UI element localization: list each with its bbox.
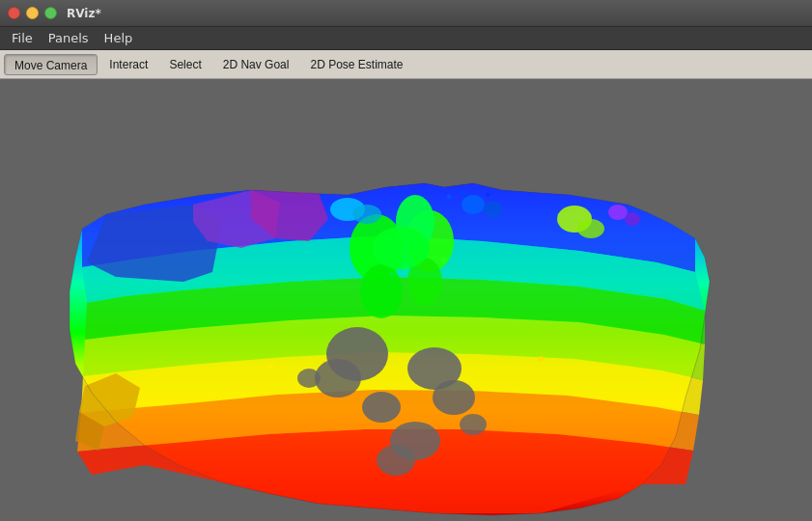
svg-point-47 xyxy=(486,193,490,197)
viewport[interactable] xyxy=(0,79,812,521)
svg-point-28 xyxy=(462,195,485,214)
svg-point-38 xyxy=(362,392,401,423)
svg-point-31 xyxy=(577,219,604,238)
svg-point-46 xyxy=(447,195,452,200)
close-button[interactable] xyxy=(8,7,20,19)
svg-point-42 xyxy=(460,414,487,435)
menubar: File Panels Help xyxy=(0,27,812,50)
menu-panels[interactable]: Panels xyxy=(41,29,97,47)
svg-point-27 xyxy=(352,205,381,224)
select-button[interactable]: Select xyxy=(159,54,210,75)
svg-point-33 xyxy=(625,212,640,226)
svg-point-37 xyxy=(433,380,475,415)
svg-point-45 xyxy=(461,190,466,196)
svg-point-18 xyxy=(360,264,403,318)
svg-point-29 xyxy=(483,202,502,217)
menu-file[interactable]: File xyxy=(4,29,41,47)
svg-point-35 xyxy=(315,359,361,398)
svg-point-52 xyxy=(538,356,544,362)
toolbar: Move Camera Interact Select 2D Nav Goal … xyxy=(0,50,812,79)
maximize-button[interactable] xyxy=(44,7,57,19)
svg-point-32 xyxy=(608,205,628,220)
interact-button[interactable]: Interact xyxy=(99,54,157,75)
svg-point-50 xyxy=(389,272,394,277)
svg-point-51 xyxy=(267,364,273,370)
2d-nav-goal-button[interactable]: 2D Nav Goal xyxy=(213,54,299,75)
svg-point-40 xyxy=(377,445,415,476)
move-camera-button[interactable]: Move Camera xyxy=(4,54,98,75)
menu-help[interactable]: Help xyxy=(97,29,141,47)
window-title: RViz* xyxy=(67,7,101,20)
svg-point-22 xyxy=(372,227,430,269)
minimize-button[interactable] xyxy=(26,7,39,19)
pointcloud-visualization xyxy=(0,79,812,521)
svg-point-41 xyxy=(297,369,321,388)
svg-point-49 xyxy=(441,258,448,264)
svg-point-48 xyxy=(403,264,408,270)
2d-pose-estimate-button[interactable]: 2D Pose Estimate xyxy=(300,54,412,75)
titlebar: RViz* xyxy=(0,0,812,27)
window-controls xyxy=(8,7,57,19)
